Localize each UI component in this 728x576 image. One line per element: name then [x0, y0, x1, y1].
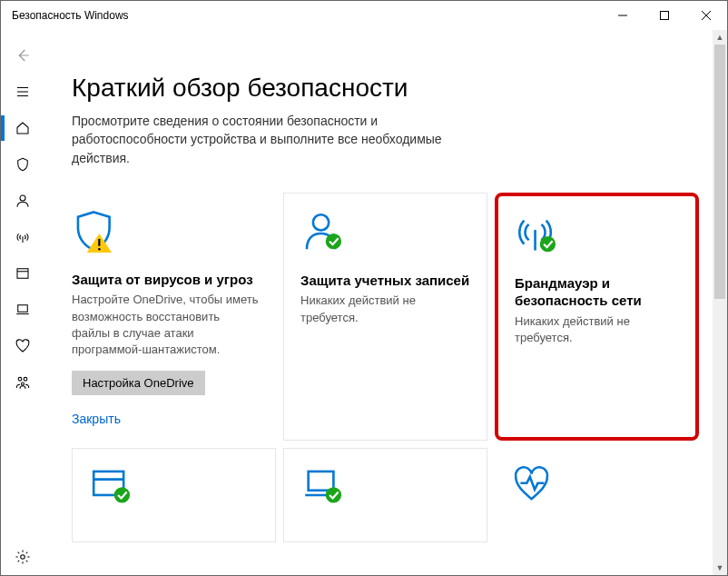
svg-point-18: [313, 214, 329, 230]
maximize-button[interactable]: [644, 1, 685, 30]
close-link[interactable]: Закрыть: [72, 412, 260, 426]
laptop-check-icon: [300, 465, 470, 520]
svg-point-26: [326, 487, 341, 502]
sidebar-item-firewall[interactable]: [1, 219, 44, 255]
maximize-icon: [660, 11, 669, 20]
card-health[interactable]: [495, 448, 699, 542]
person-icon: [15, 193, 31, 209]
body: Краткий обзор безопасности Просмотрите с…: [1, 30, 727, 575]
window-title: Безопасность Windows: [12, 9, 129, 22]
svg-rect-25: [309, 472, 334, 491]
card-account[interactable]: Защита учетных записей Никаких действий …: [283, 193, 487, 441]
window-controls: [602, 1, 727, 30]
svg-point-17: [98, 248, 101, 251]
card-account-title: Защита учетных записей: [300, 272, 470, 290]
page-title: Краткий обзор безопасности: [72, 74, 700, 103]
sidebar-item-device[interactable]: [1, 292, 44, 328]
sidebar-item-family[interactable]: [1, 364, 44, 401]
shield-icon: [15, 156, 31, 173]
titlebar: Безопасность Windows: [1, 1, 727, 30]
close-button[interactable]: [685, 1, 727, 30]
scrollbar[interactable]: ▲ ▼: [713, 30, 727, 575]
cards-row-1: Защита от вирусов и угроз Настройте OneD…: [72, 193, 700, 441]
svg-point-19: [326, 233, 341, 249]
card-firewall-title: Брандмауэр и безопасность сети: [515, 274, 679, 310]
card-device[interactable]: [283, 448, 487, 542]
onedrive-setup-button[interactable]: Настройка OneDrive: [72, 371, 205, 395]
svg-point-13: [24, 377, 27, 381]
card-virus-desc: Настройте OneDrive, чтобы иметь возможно…: [72, 292, 260, 358]
card-firewall-desc: Никаких действий не требуется.: [515, 313, 679, 346]
svg-rect-11: [18, 305, 28, 313]
sidebar-item-account[interactable]: [1, 183, 44, 219]
card-appbrowser[interactable]: [72, 448, 276, 542]
card-virus-title: Защита от вирусов и угроз: [72, 271, 260, 289]
home-icon: [15, 120, 31, 136]
card-virus[interactable]: Защита от вирусов и угроз Настройте OneD…: [72, 193, 276, 441]
hamburger-icon: [15, 84, 31, 100]
sidebar: [1, 30, 44, 575]
sidebar-item-virus[interactable]: [1, 146, 44, 183]
scroll-up-icon[interactable]: ▲: [713, 30, 727, 45]
svg-point-12: [18, 377, 22, 381]
svg-rect-9: [17, 269, 28, 279]
svg-point-14: [22, 382, 25, 385]
appwindow-check-icon: [89, 465, 259, 520]
card-firewall[interactable]: Брандмауэр и безопасность сети Никаких д…: [495, 193, 699, 441]
svg-rect-1: [661, 12, 669, 20]
menu-button[interactable]: [1, 74, 44, 110]
svg-point-24: [114, 487, 130, 502]
back-arrow-icon: [15, 47, 31, 64]
sidebar-item-health[interactable]: [1, 328, 44, 364]
sidebar-item-appbrowser[interactable]: [1, 255, 44, 292]
scrollbar-thumb[interactable]: [714, 45, 725, 299]
sidebar-item-settings[interactable]: [1, 539, 44, 575]
laptop-icon: [15, 302, 31, 318]
svg-point-15: [21, 555, 25, 560]
cards-row-2: [72, 448, 700, 542]
svg-point-7: [20, 195, 25, 201]
heart-pulse-icon: [511, 464, 683, 519]
close-icon: [702, 11, 711, 20]
shield-warning-icon: [72, 209, 260, 263]
window: Безопасность Windows: [0, 0, 728, 576]
family-icon: [15, 374, 31, 391]
main-content: Краткий обзор безопасности Просмотрите с…: [44, 30, 727, 575]
broadcast-icon: [15, 229, 31, 245]
card-account-desc: Никаких действий не требуется.: [300, 293, 470, 325]
back-button[interactable]: [1, 37, 44, 74]
minimize-button[interactable]: [602, 1, 644, 30]
person-check-icon: [300, 210, 470, 264]
svg-point-21: [540, 236, 556, 252]
page-subtitle: Просмотрите сведения о состоянии безопас…: [72, 112, 453, 167]
broadcast-check-icon: [515, 213, 679, 267]
scroll-down-icon[interactable]: ▼: [713, 561, 727, 575]
minimize-icon: [618, 11, 627, 20]
sidebar-item-home[interactable]: [1, 110, 44, 146]
gear-icon: [15, 549, 31, 565]
heart-icon: [15, 338, 31, 354]
app-icon: [15, 265, 31, 282]
